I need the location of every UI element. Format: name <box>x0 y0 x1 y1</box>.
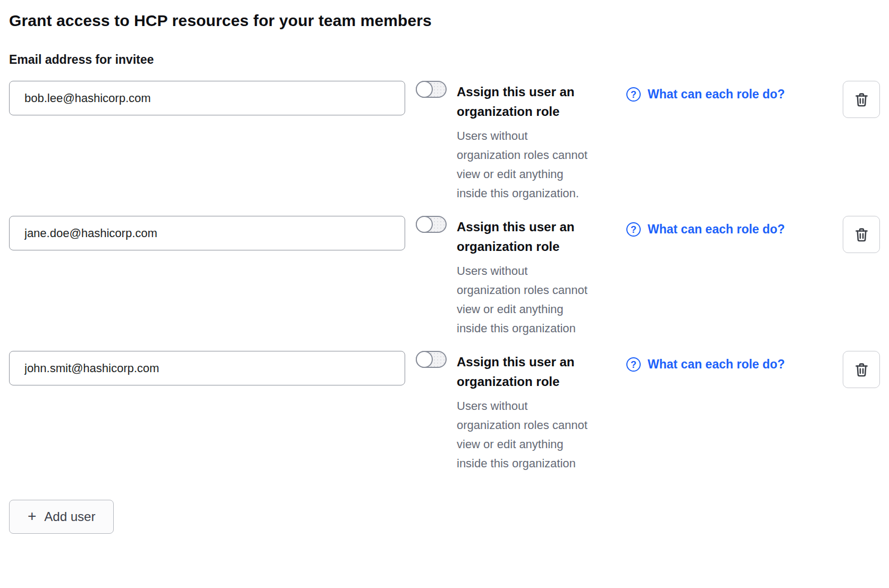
org-role-toggle-label: Assign this user an organization role <box>457 217 591 256</box>
role-description: Assign this user an organization role Us… <box>457 217 591 338</box>
plus-icon: + <box>28 509 36 524</box>
page-title: Grant access to HCP resources for your t… <box>9 11 880 31</box>
invite-row: Assign this user an organization role Us… <box>9 351 880 473</box>
help-circle-icon: ? <box>626 357 641 372</box>
org-role-toggle[interactable] <box>416 216 447 233</box>
org-role-toggle[interactable] <box>416 351 447 368</box>
role-description: Assign this user an organization role Us… <box>457 352 591 473</box>
help-circle-icon: ? <box>626 222 641 237</box>
role-help-link[interactable]: ? What can each role do? <box>626 222 785 237</box>
org-role-helper-text: Users without organization roles cannot … <box>457 262 591 338</box>
role-help-link[interactable]: ? What can each role do? <box>626 87 785 102</box>
delete-row-button[interactable] <box>843 216 880 253</box>
delete-row-button[interactable] <box>843 81 880 118</box>
org-role-toggle-label: Assign this user an organization role <box>457 352 591 391</box>
add-user-button[interactable]: + Add user <box>9 500 114 534</box>
invite-row: Assign this user an organization role Us… <box>9 216 880 338</box>
role-help-link-label: What can each role do? <box>648 87 785 102</box>
org-role-helper-text: Users without organization roles cannot … <box>457 127 591 203</box>
toggle-knob-icon <box>416 216 433 233</box>
email-input[interactable] <box>9 216 405 250</box>
role-help-link-label: What can each role do? <box>648 357 785 372</box>
email-input[interactable] <box>9 351 405 385</box>
help-circle-icon: ? <box>626 87 641 102</box>
trash-icon <box>853 91 870 108</box>
role-help-link[interactable]: ? What can each role do? <box>626 357 785 372</box>
email-input[interactable] <box>9 81 405 115</box>
invite-row: Assign this user an organization role Us… <box>9 81 880 203</box>
email-field-label: Email address for invitee <box>9 52 880 67</box>
org-role-toggle-label: Assign this user an organization role <box>457 82 591 121</box>
org-role-helper-text: Users without organization roles cannot … <box>457 397 591 473</box>
toggle-knob-icon <box>416 351 433 368</box>
role-description: Assign this user an organization role Us… <box>457 82 591 203</box>
invite-users-form: Grant access to HCP resources for your t… <box>0 0 880 534</box>
delete-row-button[interactable] <box>843 351 880 388</box>
org-role-toggle[interactable] <box>416 81 447 98</box>
trash-icon <box>853 226 870 243</box>
toggle-knob-icon <box>416 81 433 98</box>
add-user-button-label: Add user <box>44 509 95 524</box>
trash-icon <box>853 362 870 378</box>
role-help-link-label: What can each role do? <box>648 222 785 237</box>
